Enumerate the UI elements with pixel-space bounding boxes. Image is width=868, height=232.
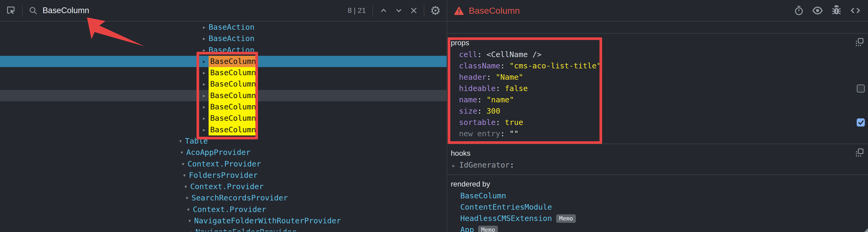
expand-arrow-icon[interactable]: ▸ [202, 67, 209, 78]
tree-row-context-provider[interactable]: ▾Context.Provider [0, 204, 446, 215]
hook-key: IdGenerator [459, 161, 510, 169]
prop-separator: : [496, 118, 505, 127]
component-name: BaseColumn [209, 56, 258, 67]
prop-value[interactable]: "cms-aco-list-title" [509, 61, 601, 70]
tree-toolbar: BaseColumn 8 | 21 ⚙ [0, 0, 446, 22]
prop-key: name [459, 95, 477, 104]
copy-hooks-icon[interactable] [856, 148, 864, 157]
checkbox-checked[interactable] [857, 118, 865, 126]
prop-row-className[interactable]: className: "cms-aco-list-title" [448, 60, 868, 71]
prop-row-hideable[interactable]: hideable: false [448, 83, 868, 94]
react-devtools-window: BaseColumn 8 | 21 ⚙ ▸BaseAction▸BaseActi… [0, 0, 868, 232]
tree-row-basecolumn[interactable]: ▸BaseColumn [0, 56, 446, 67]
prop-value[interactable]: true [505, 118, 523, 127]
tree-row-basecolumn[interactable]: ▸BaseColumn [0, 78, 446, 90]
clear-search-button[interactable] [409, 6, 418, 15]
prop-separator: : [500, 61, 509, 70]
expand-arrow-icon[interactable]: ▸ [202, 113, 209, 124]
collapse-arrow-icon[interactable]: ▾ [185, 192, 191, 204]
component-name: Context.Provider [193, 204, 266, 215]
tree-row-basecolumn[interactable]: ▸BaseColumn [0, 124, 446, 136]
component-name: BaseColumn [209, 78, 258, 90]
tree-row-foldersprovider[interactable]: ▾FoldersProvider [0, 170, 446, 181]
components-tree: ▸BaseAction▸BaseAction▸BaseAction▸BaseCo… [0, 22, 446, 231]
owner-component-link[interactable]: BaseColumn [460, 190, 506, 202]
memo-badge: Memo [478, 226, 498, 232]
tree-row-acoappprovider[interactable]: ▾AcoAppProvider [0, 147, 446, 158]
expand-arrow-icon[interactable]: ▸ [202, 90, 209, 101]
expand-arrow-icon[interactable]: ▸ [202, 33, 209, 44]
collapse-arrow-icon[interactable]: ▾ [183, 170, 189, 181]
tree-row-baseaction[interactable]: ▸BaseAction [0, 45, 446, 56]
component-name: BaseColumn [209, 67, 258, 78]
inspect-element-icon[interactable] [6, 5, 16, 16]
prop-value[interactable]: "Name" [496, 72, 523, 82]
tree-row-basecolumn[interactable]: ▸BaseColumn [0, 67, 446, 78]
search-input[interactable]: BaseColumn [42, 6, 347, 15]
collapse-arrow-icon[interactable]: ▾ [187, 204, 193, 215]
prop-row-sortable[interactable]: sortable: true [448, 117, 868, 128]
prop-value[interactable]: false [505, 84, 528, 93]
tree-row-basecolumn[interactable]: ▸BaseColumn [0, 101, 446, 113]
search-icon [28, 6, 38, 15]
prop-separator: : [477, 50, 487, 59]
prop-row-size[interactable]: size: 300 [448, 106, 868, 117]
copy-props-icon[interactable] [856, 38, 864, 46]
log-to-console-bug-icon[interactable] [831, 5, 842, 16]
expand-arrow-icon[interactable]: ▸ [202, 56, 209, 67]
tree-row-searchrecordsprovider[interactable]: ▾SearchRecordsProvider [0, 192, 446, 204]
prop-value[interactable]: 300 [487, 107, 500, 115]
component-name: BaseColumn [209, 124, 258, 136]
expand-arrow-icon[interactable]: ▸ [202, 78, 209, 90]
prop-row-new-entry[interactable]: new entry: "" [448, 128, 868, 139]
tree-row-basecolumn[interactable]: ▸BaseColumn [0, 113, 446, 124]
warning-triangle-icon [454, 5, 464, 16]
tree-row-context-provider[interactable]: ▾Context.Provider [0, 158, 446, 170]
prop-row-header[interactable]: header: "Name" [448, 71, 868, 83]
component-name: BaseAction [209, 33, 254, 44]
collapse-arrow-icon[interactable]: ▾ [189, 227, 195, 231]
tree-row-navigatefolderwithrouterprovider[interactable]: ▾NavigateFolderWithRouterProvider [0, 215, 446, 227]
next-match-button[interactable] [394, 6, 403, 15]
prop-value[interactable]: <CellName /> [487, 50, 542, 59]
component-name: Context.Provider [190, 181, 264, 192]
inspect-dom-eye-icon[interactable] [812, 5, 823, 16]
rendered-by-row: BaseColumn [448, 190, 868, 202]
suspend-stopwatch-icon[interactable] [794, 5, 804, 16]
checkbox-unchecked[interactable] [857, 84, 865, 93]
collapse-arrow-icon[interactable]: ▾ [181, 158, 188, 170]
hook-row-idgenerator[interactable]: ▸IdGenerator: [448, 160, 868, 171]
settings-gear-icon[interactable]: ⚙ [430, 4, 441, 17]
collapse-arrow-icon[interactable]: ▾ [180, 147, 186, 158]
prop-row-name[interactable]: name: "name" [448, 94, 868, 106]
expand-arrow-icon[interactable]: ▸ [452, 160, 459, 171]
hooks-section-label: hooks [448, 144, 868, 160]
component-name: SearchRecordsProvider [191, 192, 288, 204]
prop-key: size [459, 107, 477, 115]
prop-separator: : [500, 129, 509, 138]
prop-value[interactable]: "" [509, 129, 519, 138]
collapse-arrow-icon[interactable]: ▾ [179, 136, 185, 147]
view-source-code-icon[interactable] [849, 5, 861, 16]
tree-row-baseaction[interactable]: ▸BaseAction [0, 22, 446, 33]
expand-arrow-icon[interactable]: ▸ [202, 101, 209, 113]
prop-value[interactable]: "name" [487, 95, 514, 104]
component-name: NavigateFolderWithRouterProvider [194, 215, 341, 227]
tree-row-basecolumn[interactable]: ▸BaseColumn [0, 90, 446, 101]
components-tree-panel: BaseColumn 8 | 21 ⚙ ▸BaseAction▸BaseActi… [0, 0, 447, 232]
tree-row-navigatefolderprovider[interactable]: ▾NavigateFolderProvider [0, 227, 446, 231]
owner-component-link[interactable]: ContentEntriesModule [460, 202, 552, 213]
window-resize-grip[interactable] [864, 228, 868, 232]
tree-row-baseaction[interactable]: ▸BaseAction [0, 33, 446, 44]
expand-arrow-icon[interactable]: ▸ [202, 124, 209, 136]
previous-match-button[interactable] [379, 6, 388, 15]
owner-component-link[interactable]: App [460, 224, 474, 232]
collapse-arrow-icon[interactable]: ▾ [188, 215, 194, 227]
expand-arrow-icon[interactable]: ▸ [202, 22, 209, 33]
expand-arrow-icon[interactable]: ▸ [202, 45, 209, 56]
tree-row-table[interactable]: ▾Table [0, 136, 446, 147]
tree-row-context-provider[interactable]: ▾Context.Provider [0, 181, 446, 192]
owner-component-link[interactable]: HeadlessCMSExtension [460, 213, 552, 224]
prop-row-cell[interactable]: cell: <CellName /> [448, 49, 868, 60]
collapse-arrow-icon[interactable]: ▾ [184, 181, 190, 192]
